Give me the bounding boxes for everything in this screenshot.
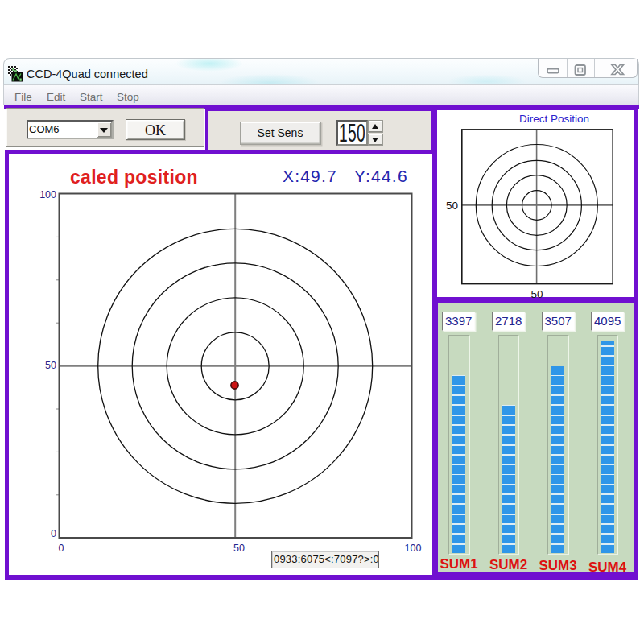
svg-text:50: 50 [530,288,543,300]
svg-text:50: 50 [446,200,458,212]
svg-text:50: 50 [45,360,56,371]
svg-text:100: 100 [39,189,56,200]
svg-text:50: 50 [233,543,245,554]
svg-text:100: 100 [405,543,422,554]
svg-text:0: 0 [51,528,56,539]
svg-text:0: 0 [59,543,64,554]
